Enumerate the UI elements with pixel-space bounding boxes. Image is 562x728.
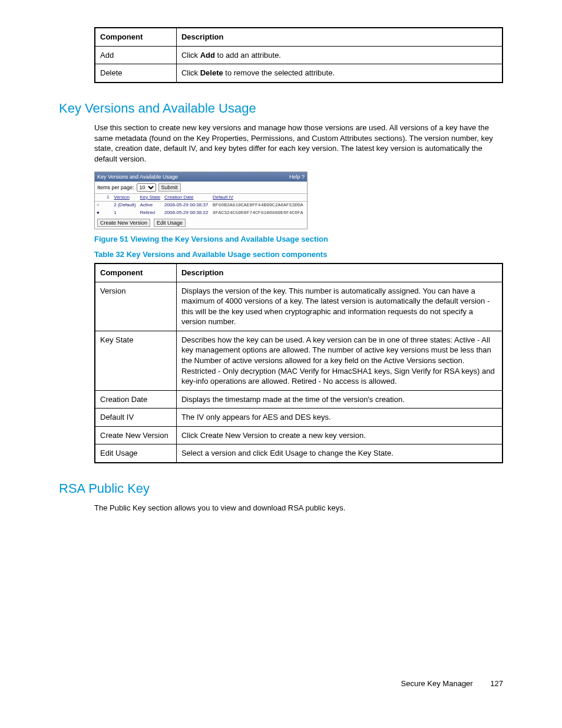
cell-date: 2008-05-29 00:38:22 [163,209,211,217]
submit-button[interactable]: Submit [158,183,181,192]
edit-usage-button[interactable]: Edit Usage [154,219,186,227]
paragraph-key-versions: Use this section to create new key versi… [94,123,503,164]
table-caption: Table 32 Key Versions and Available Usag… [94,249,503,260]
panel-titlebar: Key Versions and Available Usage Help ? [95,172,307,182]
table-row: Create New Version Click Create New Vers… [95,426,503,444]
cell-date: 2008-05-29 00:38:37 [163,202,211,209]
doc-title: Secure Key Manager [401,679,473,688]
table-key-versions-components: Component Description Version Displays t… [94,263,503,463]
table-row: Default IV The IV only appears for AES a… [95,409,503,427]
table-row: Version Displays the version of the key.… [95,282,503,331]
table-row[interactable]: ○ 2 (Default) Active 2008-05-29 00:38:37… [95,202,307,209]
cell-state: Retired [138,209,163,217]
col-select [95,193,104,202]
items-per-page-select[interactable]: 10 [137,183,156,192]
panel-title: Key Versions and Available Usage [97,173,178,180]
row-radio[interactable]: ○ [95,202,104,209]
col-creation[interactable]: Creation Date [163,193,211,202]
cell-component: Create New Version [95,426,176,444]
panel-toolbar: Items per page: 10 Submit [95,182,307,193]
table-row: Key State Describes how the key can be u… [95,331,503,390]
col-sort-indicator: ⇩ [104,193,112,202]
table-row: Delete Click Delete to remove the select… [95,64,503,83]
panel-key-versions: Key Versions and Available Usage Help ? … [94,172,308,230]
cell-component: Key State [95,331,176,390]
figure-caption: Figure 51 Viewing the Key Versions and A… [94,234,503,245]
col-description: Description [176,263,503,282]
items-per-page-label: Items per page: [97,184,134,191]
heading-key-versions: Key Versions and Available Usage [59,100,503,117]
cell-component: Edit Usage [95,444,176,463]
col-keystate[interactable]: Key State [138,193,163,202]
col-version[interactable]: Version [112,193,138,202]
create-new-version-button[interactable]: Create New Version [97,219,150,227]
row-radio[interactable]: ● [95,209,104,217]
cell-version: 1 [112,209,138,217]
cell-iv: BF86B2A819CAE0FF44B99C2A6AF53DDA [211,202,307,209]
table-row: Creation Date Displays the timestamp mad… [95,390,503,409]
cell-description: Displays the timestamp made at the time … [176,390,503,409]
cell-state: Active [138,202,163,209]
col-component: Component [95,28,176,46]
cell-description: Describes how the key can be used. A key… [176,331,503,390]
cell-description: The IV only appears for AES and DES keys… [176,409,503,427]
cell-description: Select a version and click Edit Usage to… [176,444,503,463]
cell-description: Click Create New Version to create a new… [176,426,503,444]
col-description: Description [176,28,503,46]
cell-iv: 8FAC324C59E0F74CF8106809E6F4C6FA [211,209,307,217]
cell-version: 2 (Default) [112,202,138,209]
cell-description: Displays the version of the key. This nu… [176,282,503,331]
table-row: Add Click Add to add an attribute. [95,46,503,64]
sort-down-icon: ⇩ [106,195,110,200]
cell-component: Version [95,282,176,331]
panel-footer: Create New Version Edit Usage [95,217,307,229]
panel-table: ⇩ Version Key State Creation Date Defaul… [95,193,307,217]
paragraph-rsa: The Public Key section allows you to vie… [94,503,503,513]
help-link[interactable]: Help ? [289,173,305,180]
cell-description: Click Delete to remove the selected attr… [176,64,503,83]
table-row[interactable]: ● 1 Retired 2008-05-29 00:38:22 8FAC324C… [95,209,307,217]
col-defaultiv[interactable]: Default IV [211,193,307,202]
cell-component: Default IV [95,409,176,427]
cell-component: Add [95,46,176,64]
help-icon: ? [302,174,305,180]
table-row: Edit Usage Select a version and click Ed… [95,444,503,463]
heading-rsa-public-key: RSA Public Key [59,480,503,498]
page-footer: Secure Key Manager 127 [59,678,503,689]
cell-component: Creation Date [95,390,176,409]
cell-component: Delete [95,64,176,83]
table-attribute-actions: Component Description Add Click Add to a… [94,27,503,83]
page-number: 127 [490,678,503,689]
cell-description: Click Add to add an attribute. [176,46,503,64]
col-component: Component [95,263,176,282]
